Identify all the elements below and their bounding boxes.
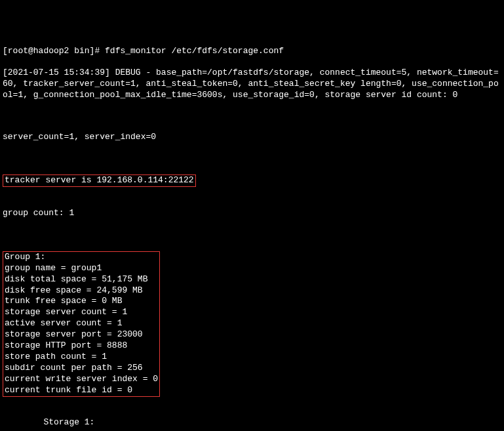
blank-line (3, 112, 501, 121)
blank-line (3, 154, 501, 163)
tracker-server-box: tracker server is 192.168.0.114:22122 (3, 174, 196, 187)
blank-line (3, 398, 501, 407)
command-prompt: [root@hadoop2 bin]# fdfs_monitor /etc/fd… (3, 46, 501, 57)
group-info-box: Group 1: group name = group1 disk total … (3, 251, 160, 397)
debug-output: [2021-07-15 15:34:39] DEBUG - base_path=… (3, 68, 501, 101)
storage-header: Storage 1: (3, 417, 501, 428)
blank-line (3, 230, 501, 239)
server-count-line: server_count=1, server_index=0 (3, 132, 501, 143)
group-count-line: group count: 1 (3, 208, 501, 219)
blank-line (3, 188, 501, 197)
